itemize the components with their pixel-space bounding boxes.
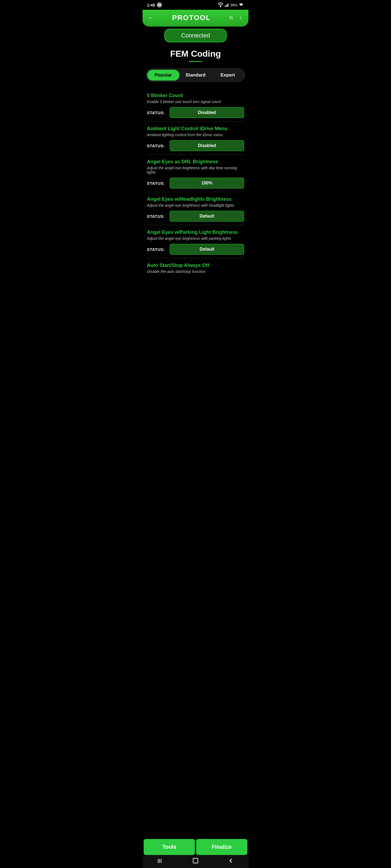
nav-menu-icon[interactable] [157, 857, 164, 866]
status-label-headlights: STATUS: [147, 214, 166, 219]
feature-title-blinker: 5 Blinker Count [147, 93, 244, 98]
wifi-icon [218, 2, 223, 8]
svg-rect-4 [228, 3, 228, 7]
feature-angel-eyes-headlights: Angel Eyes w/Headlights Brightness Adjus… [147, 192, 244, 225]
feature-desc-drl: Adjust the angel eye brightness with day… [147, 166, 244, 175]
tab-expert[interactable]: Expert [212, 70, 244, 81]
status-row-headlights: STATUS: Default [147, 211, 244, 222]
feature-desc-autostop: Disable the auto start/stop function [147, 269, 244, 274]
nav-back-icon[interactable] [227, 857, 234, 866]
page-title-section: FEM Coding [143, 44, 248, 64]
notification-badge: 69 [157, 2, 162, 8]
svg-point-0 [220, 6, 221, 7]
svg-rect-7 [240, 4, 242, 5]
tab-standard[interactable]: Standard [179, 70, 212, 81]
status-row-drl: STATUS: 100% [147, 178, 244, 188]
navigation-bar [143, 855, 248, 868]
svg-line-9 [232, 19, 233, 20]
svg-point-12 [241, 19, 242, 19]
status-label-parking: STATUS: [147, 247, 166, 252]
app-title: PROTOOL [155, 13, 228, 22]
nav-home-icon[interactable] [192, 857, 199, 866]
features-content: 5 Blinker Count Enable 5 blinker one tou… [143, 86, 248, 307]
search-icon[interactable] [228, 14, 234, 21]
status-bar-right: 98% [218, 2, 244, 8]
feature-title-autostop: Auto Start/Stop Always Off [147, 262, 244, 268]
svg-point-10 [241, 16, 242, 17]
svg-rect-14 [159, 859, 160, 863]
feature-ambient-light: Ambient Light Control iDrive Menu Ambien… [147, 122, 244, 155]
time-display: 1:45 [147, 3, 155, 7]
feature-angel-eyes-parking: Angel Eyes w/Parking Light Brightness Ad… [147, 225, 244, 258]
feature-desc-blinker: Enable 5 blinker one touch turn signal c… [147, 99, 244, 104]
tools-button[interactable]: Tools [144, 839, 195, 855]
status-bar-left: 1:45 69 [147, 2, 162, 8]
back-button[interactable]: ← [147, 13, 155, 22]
finalize-button[interactable]: Finalize [196, 839, 247, 855]
header-actions [228, 14, 244, 21]
feature-desc-ambient: Ambient lighting control from the iDrive… [147, 133, 244, 137]
feature-angel-eyes-drl: Angel Eyes as DRL Brightness Adjust the … [147, 155, 244, 192]
feature-blinker-count: 5 Blinker Count Enable 5 blinker one tou… [147, 88, 244, 122]
svg-rect-16 [193, 858, 198, 863]
feature-desc-parking: Adjust the angel eye brightness with par… [147, 236, 244, 241]
battery-icon [239, 3, 244, 7]
app-header: ← PROTOOL [143, 10, 248, 27]
svg-rect-3 [227, 4, 227, 7]
feature-title-ambient: Ambient Light Control iDrive Menu [147, 126, 244, 131]
tab-bar: Popular Standard Expert [146, 68, 245, 82]
status-label-ambient: STATUS: [147, 144, 166, 148]
status-value-drl[interactable]: 100% [170, 178, 244, 188]
page-title: FEM Coding [143, 49, 248, 59]
status-value-parking[interactable]: Default [170, 244, 244, 255]
status-bar: 1:45 69 98% [143, 0, 248, 10]
status-value-blinker[interactable]: Disabled [170, 107, 244, 118]
signal-icon [225, 2, 229, 7]
title-underline [189, 61, 202, 62]
tab-popular[interactable]: Popular [147, 70, 179, 81]
connected-section: Connected [143, 26, 248, 44]
status-label-blinker: STATUS: [147, 111, 166, 115]
status-label-drl: STATUS: [147, 181, 166, 186]
status-row-blinker: STATUS: Disabled [147, 107, 244, 118]
svg-rect-13 [158, 859, 158, 863]
status-row-parking: STATUS: Default [147, 244, 244, 255]
status-value-ambient[interactable]: Disabled [170, 140, 244, 151]
svg-point-11 [241, 18, 242, 18]
feature-auto-stop: Auto Start/Stop Always Off Disable the a… [147, 258, 244, 280]
svg-rect-1 [225, 6, 225, 7]
battery-percent: 98% [230, 3, 238, 7]
svg-rect-2 [226, 5, 226, 7]
status-value-headlights[interactable]: Default [170, 211, 244, 222]
feature-title-drl: Angel Eyes as DRL Brightness [147, 159, 244, 165]
connected-badge: Connected [164, 29, 227, 42]
feature-title-headlights: Angel Eyes w/Headlights Brightness [147, 196, 244, 202]
feature-desc-headlights: Adjust the angel eye brightness with hea… [147, 203, 244, 208]
svg-point-8 [230, 16, 232, 19]
status-row-ambient: STATUS: Disabled [147, 140, 244, 151]
more-options-icon[interactable] [238, 14, 244, 21]
svg-rect-15 [161, 859, 161, 863]
feature-title-parking: Angel Eyes w/Parking Light Brightness [147, 229, 244, 235]
svg-rect-6 [243, 4, 243, 5]
bottom-action-buttons: Tools Finalize [143, 839, 248, 855]
